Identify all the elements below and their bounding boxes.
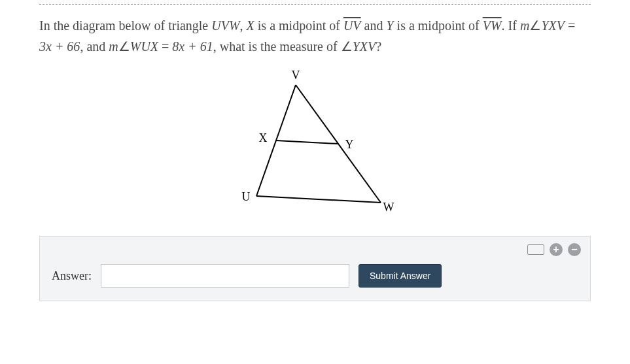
whatis-text: , what is the measure of	[213, 39, 341, 54]
eq1: =	[565, 18, 575, 33]
angle-symbol3: ∠	[341, 39, 353, 54]
measure-prefix2: m	[109, 39, 118, 54]
triangle-diagram: V X Y U W	[20, 69, 610, 219]
triangle-svg: V X Y U W	[217, 69, 413, 219]
point-y: Y	[386, 18, 393, 33]
question-angle: YXV	[353, 39, 376, 54]
section-divider	[39, 4, 591, 5]
triangle-name: UVW	[211, 18, 239, 33]
answer-row: Answer: Submit Answer	[52, 264, 578, 288]
text-prefix: In the diagram below of triangle	[39, 18, 211, 33]
midsegment-xy	[276, 141, 338, 144]
text: ,	[240, 18, 247, 33]
segment-vw: VW	[483, 18, 502, 33]
label-x: X	[258, 131, 267, 144]
label-y: Y	[345, 138, 353, 151]
angle-symbol2: ∠	[118, 39, 130, 54]
expr2: 8x + 61	[172, 39, 213, 54]
point-x: X	[247, 18, 254, 33]
label-u: U	[241, 190, 250, 203]
label-v: V	[291, 69, 300, 82]
keyboard-icon[interactable]	[527, 244, 544, 255]
answer-toolbar: + −	[527, 243, 581, 256]
text: . If	[502, 18, 520, 33]
eq2: =	[158, 39, 172, 54]
and-text: , and	[80, 39, 109, 54]
segment-uv: UV	[343, 18, 361, 33]
problem-statement: In the diagram below of triangle UVW, X …	[20, 15, 610, 57]
qmark: ?	[376, 39, 381, 54]
answer-input[interactable]	[101, 264, 349, 288]
expr1: 3x + 66	[39, 39, 80, 54]
measure-prefix1: m	[520, 18, 529, 33]
answer-label: Answer:	[52, 269, 92, 283]
zoom-in-button[interactable]: +	[550, 243, 563, 256]
angle1: YXV	[541, 18, 565, 33]
angle2: WUX	[130, 39, 158, 54]
zoom-out-button[interactable]: −	[568, 243, 581, 256]
submit-button[interactable]: Submit Answer	[359, 264, 442, 288]
text: is a midpoint of	[254, 18, 343, 33]
side-uw	[256, 196, 381, 203]
text: and	[361, 18, 387, 33]
angle-symbol: ∠	[529, 18, 541, 33]
answer-panel: + − Answer: Submit Answer	[39, 236, 591, 301]
label-w: W	[383, 201, 394, 214]
text: is a midpoint of	[394, 18, 483, 33]
